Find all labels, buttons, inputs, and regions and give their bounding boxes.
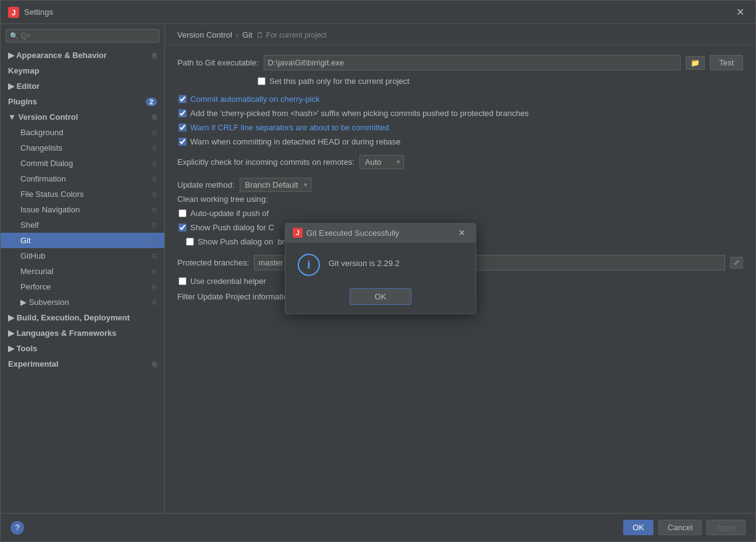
sidebar-item-build[interactable]: ▶ Build, Execution, Deployment xyxy=(1,310,164,325)
sidebar-item-keymap[interactable]: Keymap xyxy=(1,63,164,78)
help-button[interactable]: ? xyxy=(10,521,24,535)
cancel-button[interactable]: Cancel xyxy=(658,520,702,535)
show-push2-checkbox[interactable] xyxy=(186,238,194,246)
update-method-label: Update method: xyxy=(177,180,235,190)
sidebar-item-confirmation[interactable]: Confirmation ⎘ xyxy=(1,171,164,186)
svg-text:J: J xyxy=(296,230,300,236)
cherry-pick-row: Commit automatically on cherry-pick xyxy=(177,94,743,104)
sidebar-item-languages[interactable]: ▶ Languages & Frameworks xyxy=(1,325,164,341)
window-title: Settings xyxy=(24,7,733,17)
project-note-icon: 🗒 xyxy=(256,31,264,40)
set-path-label: Set this path only for the current proje… xyxy=(269,77,410,86)
bottom-bar: ? OK Cancel Apply xyxy=(1,513,755,541)
copy-icon: ⎘ xyxy=(153,222,157,229)
incoming-select[interactable]: Auto Always Never xyxy=(359,155,404,169)
info-icon-wrap: i xyxy=(298,254,320,276)
folder-button[interactable]: 📁 xyxy=(686,56,705,70)
sidebar-item-experimental[interactable]: Experimental ⎘ xyxy=(1,356,164,372)
modal-icon: J xyxy=(293,228,303,238)
sidebar-item-shelf[interactable]: Shelf ⎘ xyxy=(1,217,164,233)
warn-detached-checkbox[interactable] xyxy=(178,138,187,146)
modal-message: Git version is 2.29.2 xyxy=(329,254,400,270)
settings-window: J Settings ✕ 🔍 ▶ Appearance & Behavior ⎘… xyxy=(0,0,756,542)
sidebar-item-plugins[interactable]: Plugins 2 xyxy=(1,94,164,109)
apply-button[interactable]: Apply xyxy=(707,520,746,535)
sidebar-item-git[interactable]: Git ⎘ xyxy=(1,233,164,248)
breadcrumb-part1: Version Control xyxy=(177,30,232,40)
sidebar-item-file-status-colors[interactable]: File Status Colors ⎘ xyxy=(1,186,164,202)
sidebar: 🔍 ▶ Appearance & Behavior ⎘ Keymap ▶ Edi… xyxy=(1,24,165,513)
search-input[interactable] xyxy=(21,31,155,40)
warn-crlf-row: Warn if CRLF line separators are about t… xyxy=(177,123,743,132)
warn-detached-label: Warn when committing in detached HEAD or… xyxy=(190,137,401,146)
sidebar-item-appearance[interactable]: ▶ Appearance & Behavior ⎘ xyxy=(1,48,164,63)
search-icon: 🔍 xyxy=(10,32,19,40)
sidebar-item-version-control[interactable]: ▼ Version Control ⎘ xyxy=(1,109,164,125)
sidebar-item-label: ▼ Version Control xyxy=(8,112,78,122)
cherry-picked-suffix-row: Add the 'cherry-picked from <hash>' suff… xyxy=(177,109,743,118)
update-method-select[interactable]: Branch Default Merge Rebase xyxy=(240,178,311,192)
sidebar-item-label: Experimental xyxy=(8,359,59,369)
set-path-row: Set this path only for the current proje… xyxy=(177,77,743,86)
credential-label: Use credential helper xyxy=(190,277,266,286)
sidebar-item-editor[interactable]: ▶ Editor xyxy=(1,78,164,94)
sidebar-item-label: ▶ Editor xyxy=(8,81,40,91)
cherry-picked-suffix-checkbox[interactable] xyxy=(178,109,187,117)
info-icon: i xyxy=(298,254,320,276)
copy-icon: ⎘ xyxy=(153,252,157,260)
copy-icon: ⎘ xyxy=(153,129,157,136)
incoming-label: Explicitly check for incoming commits on… xyxy=(177,157,355,167)
sidebar-item-subversion[interactable]: ▶ Subversion ⎘ xyxy=(1,294,164,310)
sidebar-item-github[interactable]: GitHub ⎘ xyxy=(1,248,164,264)
copy-icon: ⎘ xyxy=(153,268,157,275)
protected-label: Protected branches: xyxy=(177,258,249,267)
auto-update-label: Auto-update if push of xyxy=(190,209,269,218)
search-box[interactable]: 🔍 xyxy=(6,29,159,43)
copy-icon: ⎘ xyxy=(153,361,157,368)
modal-ok-button[interactable]: OK xyxy=(350,288,412,305)
close-button[interactable]: ✕ xyxy=(733,5,748,19)
sidebar-item-label: Issue Navigation xyxy=(20,205,80,214)
sidebar-item-tools[interactable]: ▶ Tools xyxy=(1,341,164,356)
modal-close-button[interactable]: ✕ xyxy=(456,228,468,238)
copy-icon: ⎘ xyxy=(153,299,157,306)
sidebar-item-label: Git xyxy=(20,236,31,245)
copy-icon: ⎘ xyxy=(153,237,157,244)
sidebar-item-label: Background xyxy=(20,128,63,137)
auto-update-checkbox[interactable] xyxy=(178,209,187,217)
path-input[interactable] xyxy=(264,55,681,70)
success-modal: J Git Executed Successfully ✕ i Git vers… xyxy=(285,223,476,314)
update-method-row: Update method: Branch Default Merge Reba… xyxy=(177,178,743,192)
sidebar-item-issue-navigation[interactable]: Issue Navigation ⎘ xyxy=(1,202,164,217)
path-row: Path to Git executable: 📁 Test xyxy=(177,55,743,70)
test-button[interactable]: Test xyxy=(710,55,743,70)
modal-title-bar: J Git Executed Successfully ✕ xyxy=(285,223,476,243)
credential-checkbox[interactable] xyxy=(178,277,187,285)
cherry-pick-checkbox[interactable] xyxy=(178,95,187,103)
sidebar-item-label: GitHub xyxy=(20,251,45,261)
sidebar-item-label: ▶ Tools xyxy=(8,344,37,353)
expand-button[interactable]: ⤢ xyxy=(730,257,743,269)
warn-crlf-checkbox[interactable] xyxy=(178,123,187,131)
modal-body: i Git version is 2.29.2 xyxy=(285,243,476,283)
warn-crlf-label: Warn if CRLF line separators are about t… xyxy=(190,123,389,132)
sidebar-item-mercurial[interactable]: Mercurial ⎘ xyxy=(1,264,164,279)
sidebar-item-changelists[interactable]: Changelists ⎘ xyxy=(1,140,164,156)
sidebar-item-label: Changelists xyxy=(20,143,62,152)
copy-icon: ⎘ xyxy=(153,175,157,183)
show-push-checkbox[interactable] xyxy=(178,223,187,231)
modal-title: Git Executed Successfully xyxy=(306,228,456,238)
incoming-select-wrap: Auto Always Never xyxy=(359,155,404,169)
ok-button[interactable]: OK xyxy=(623,520,653,535)
sidebar-item-background[interactable]: Background ⎘ xyxy=(1,125,164,140)
set-path-checkbox[interactable] xyxy=(258,77,266,85)
breadcrumb-separator: › xyxy=(236,30,238,40)
sidebar-item-commit-dialog[interactable]: Commit Dialog ⎘ xyxy=(1,156,164,171)
sidebar-item-label: ▶ Subversion xyxy=(20,298,69,307)
bottom-buttons: OK Cancel Apply xyxy=(623,520,746,535)
copy-icon: ⎘ xyxy=(153,283,157,291)
copy-icon: ⎘ xyxy=(153,206,157,214)
sidebar-item-perforce[interactable]: Perforce ⎘ xyxy=(1,279,164,294)
svg-text:J: J xyxy=(12,9,16,17)
sidebar-item-label: Plugins xyxy=(8,97,37,106)
